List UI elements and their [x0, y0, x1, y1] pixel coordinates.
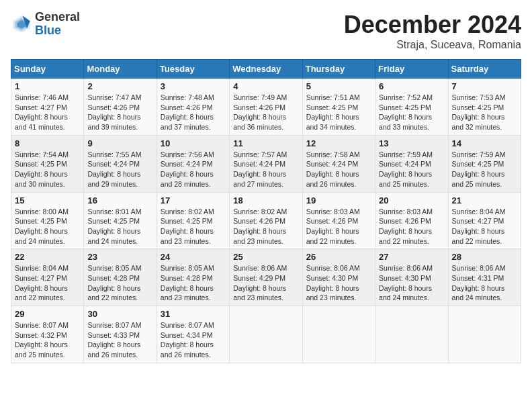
logo: General Blue — [11, 11, 80, 38]
day-of-week-header: Friday — [375, 60, 448, 79]
day-info: Sunrise: 7:51 AM Sunset: 4:25 PM Dayligh… — [306, 93, 371, 132]
day-number: 13 — [379, 138, 444, 148]
calendar-empty-cell — [375, 306, 448, 363]
day-number: 19 — [306, 195, 371, 205]
calendar-empty-cell — [448, 306, 521, 363]
day-info: Sunrise: 8:00 AM Sunset: 4:25 PM Dayligh… — [15, 207, 80, 246]
calendar-day-cell: 30 Sunrise: 8:07 AM Sunset: 4:33 PM Dayl… — [84, 306, 157, 363]
page-header: General Blue December 2024 Straja, Sucea… — [11, 11, 521, 51]
day-number: 17 — [161, 195, 226, 205]
day-number: 16 — [87, 195, 152, 205]
calendar-day-cell: 8 Sunrise: 7:54 AM Sunset: 4:25 PM Dayli… — [11, 135, 84, 192]
day-info: Sunrise: 7:52 AM Sunset: 4:25 PM Dayligh… — [379, 93, 444, 132]
day-info: Sunrise: 8:02 AM Sunset: 4:25 PM Dayligh… — [161, 207, 226, 246]
logo-general-text: General — [35, 11, 80, 24]
day-info: Sunrise: 8:03 AM Sunset: 4:26 PM Dayligh… — [306, 207, 371, 246]
day-info: Sunrise: 7:47 AM Sunset: 4:26 PM Dayligh… — [87, 93, 152, 132]
calendar-day-cell: 23 Sunrise: 8:05 AM Sunset: 4:28 PM Dayl… — [84, 249, 157, 306]
day-info: Sunrise: 7:54 AM Sunset: 4:25 PM Dayligh… — [15, 150, 80, 189]
day-of-week-header: Thursday — [302, 60, 375, 79]
calendar-week-row: 22 Sunrise: 8:04 AM Sunset: 4:27 PM Dayl… — [11, 249, 521, 306]
calendar-day-cell: 27 Sunrise: 8:06 AM Sunset: 4:30 PM Dayl… — [375, 249, 448, 306]
day-number: 20 — [379, 195, 444, 205]
day-number: 31 — [161, 309, 226, 319]
calendar-day-cell: 5 Sunrise: 7:51 AM Sunset: 4:25 PM Dayli… — [302, 79, 375, 136]
day-info: Sunrise: 7:48 AM Sunset: 4:26 PM Dayligh… — [161, 93, 226, 132]
day-info: Sunrise: 8:04 AM Sunset: 4:27 PM Dayligh… — [452, 207, 517, 246]
calendar-day-cell: 29 Sunrise: 8:07 AM Sunset: 4:32 PM Dayl… — [11, 306, 84, 363]
logo-icon — [11, 13, 32, 35]
calendar-day-cell: 3 Sunrise: 7:48 AM Sunset: 4:26 PM Dayli… — [157, 79, 229, 136]
calendar-day-cell: 22 Sunrise: 8:04 AM Sunset: 4:27 PM Dayl… — [11, 249, 84, 306]
day-number: 23 — [87, 252, 152, 262]
day-info: Sunrise: 8:01 AM Sunset: 4:25 PM Dayligh… — [87, 207, 152, 246]
day-info: Sunrise: 8:06 AM Sunset: 4:31 PM Dayligh… — [452, 263, 517, 303]
calendar-day-cell: 25 Sunrise: 8:06 AM Sunset: 4:29 PM Dayl… — [230, 249, 302, 306]
logo-blue-text: Blue — [35, 24, 80, 38]
day-info: Sunrise: 8:04 AM Sunset: 4:27 PM Dayligh… — [15, 263, 80, 303]
calendar-day-cell: 31 Sunrise: 8:07 AM Sunset: 4:34 PM Dayl… — [157, 306, 229, 363]
day-info: Sunrise: 8:06 AM Sunset: 4:30 PM Dayligh… — [306, 263, 371, 303]
day-info: Sunrise: 7:46 AM Sunset: 4:27 PM Dayligh… — [15, 93, 80, 132]
day-info: Sunrise: 8:07 AM Sunset: 4:33 PM Dayligh… — [87, 320, 152, 360]
day-number: 22 — [15, 252, 80, 262]
day-info: Sunrise: 8:07 AM Sunset: 4:34 PM Dayligh… — [161, 320, 226, 360]
day-info: Sunrise: 8:05 AM Sunset: 4:28 PM Dayligh… — [161, 263, 226, 303]
calendar-day-cell: 6 Sunrise: 7:52 AM Sunset: 4:25 PM Dayli… — [375, 79, 448, 136]
day-number: 10 — [161, 138, 226, 148]
calendar-header-row: SundayMondayTuesdayWednesdayThursdayFrid… — [11, 60, 521, 79]
calendar-week-row: 1 Sunrise: 7:46 AM Sunset: 4:27 PM Dayli… — [11, 79, 521, 136]
calendar-day-cell: 12 Sunrise: 7:58 AM Sunset: 4:24 PM Dayl… — [302, 135, 375, 192]
day-number: 1 — [15, 81, 80, 91]
day-number: 6 — [379, 81, 444, 91]
day-number: 4 — [233, 81, 298, 91]
calendar-day-cell: 11 Sunrise: 7:57 AM Sunset: 4:24 PM Dayl… — [230, 135, 302, 192]
day-of-week-header: Saturday — [448, 60, 521, 79]
day-info: Sunrise: 7:59 AM Sunset: 4:25 PM Dayligh… — [452, 150, 517, 189]
day-info: Sunrise: 7:49 AM Sunset: 4:26 PM Dayligh… — [233, 93, 298, 132]
day-number: 11 — [233, 138, 298, 148]
day-number: 25 — [233, 252, 298, 262]
location-subtitle: Straja, Suceava, Romania — [344, 39, 521, 51]
calendar-day-cell: 20 Sunrise: 8:03 AM Sunset: 4:26 PM Dayl… — [375, 192, 448, 249]
calendar-day-cell: 21 Sunrise: 8:04 AM Sunset: 4:27 PM Dayl… — [448, 192, 521, 249]
calendar-day-cell: 1 Sunrise: 7:46 AM Sunset: 4:27 PM Dayli… — [11, 79, 84, 136]
day-info: Sunrise: 7:56 AM Sunset: 4:24 PM Dayligh… — [161, 150, 226, 189]
day-info: Sunrise: 7:59 AM Sunset: 4:24 PM Dayligh… — [379, 150, 444, 189]
calendar-day-cell: 2 Sunrise: 7:47 AM Sunset: 4:26 PM Dayli… — [84, 79, 157, 136]
calendar-day-cell: 18 Sunrise: 8:02 AM Sunset: 4:26 PM Dayl… — [230, 192, 302, 249]
month-title: December 2024 — [344, 11, 521, 39]
day-of-week-header: Monday — [84, 60, 157, 79]
day-of-week-header: Wednesday — [230, 60, 302, 79]
day-info: Sunrise: 7:58 AM Sunset: 4:24 PM Dayligh… — [306, 150, 371, 189]
day-number: 7 — [452, 81, 517, 91]
day-info: Sunrise: 8:05 AM Sunset: 4:28 PM Dayligh… — [87, 263, 152, 303]
calendar-empty-cell — [230, 306, 302, 363]
day-info: Sunrise: 8:06 AM Sunset: 4:29 PM Dayligh… — [233, 263, 298, 303]
calendar-day-cell: 28 Sunrise: 8:06 AM Sunset: 4:31 PM Dayl… — [448, 249, 521, 306]
day-number: 15 — [15, 195, 80, 205]
calendar-empty-cell — [302, 306, 375, 363]
calendar-table: SundayMondayTuesdayWednesdayThursdayFrid… — [11, 59, 521, 363]
day-number: 12 — [306, 138, 371, 148]
calendar-day-cell: 7 Sunrise: 7:53 AM Sunset: 4:25 PM Dayli… — [448, 79, 521, 136]
day-number: 3 — [161, 81, 226, 91]
calendar-day-cell: 17 Sunrise: 8:02 AM Sunset: 4:25 PM Dayl… — [157, 192, 229, 249]
day-number: 2 — [87, 81, 152, 91]
calendar-day-cell: 19 Sunrise: 8:03 AM Sunset: 4:26 PM Dayl… — [302, 192, 375, 249]
day-number: 21 — [452, 195, 517, 205]
calendar-day-cell: 4 Sunrise: 7:49 AM Sunset: 4:26 PM Dayli… — [230, 79, 302, 136]
day-number: 30 — [87, 309, 152, 319]
day-number: 9 — [87, 138, 152, 148]
calendar-day-cell: 13 Sunrise: 7:59 AM Sunset: 4:24 PM Dayl… — [375, 135, 448, 192]
calendar-day-cell: 14 Sunrise: 7:59 AM Sunset: 4:25 PM Dayl… — [448, 135, 521, 192]
calendar-week-row: 15 Sunrise: 8:00 AM Sunset: 4:25 PM Dayl… — [11, 192, 521, 249]
day-number: 27 — [379, 252, 444, 262]
day-number: 28 — [452, 252, 517, 262]
day-of-week-header: Sunday — [11, 60, 84, 79]
day-number: 14 — [452, 138, 517, 148]
title-area: December 2024 Straja, Suceava, Romania — [344, 11, 521, 51]
calendar-week-row: 8 Sunrise: 7:54 AM Sunset: 4:25 PM Dayli… — [11, 135, 521, 192]
day-info: Sunrise: 7:57 AM Sunset: 4:24 PM Dayligh… — [233, 150, 298, 189]
calendar-week-row: 29 Sunrise: 8:07 AM Sunset: 4:32 PM Dayl… — [11, 306, 521, 363]
